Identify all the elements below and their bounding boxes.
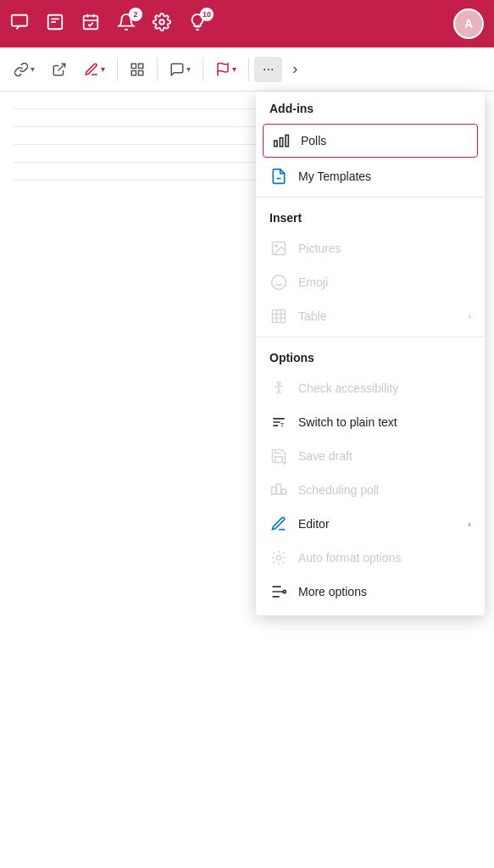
emoji-label: Emoji xyxy=(298,275,471,289)
table-chevron: › xyxy=(468,311,471,321)
moreoptions-menu-item[interactable]: More options xyxy=(256,575,485,609)
top-navigation-bar: 2 10 A xyxy=(0,0,494,47)
svg-rect-5 xyxy=(131,64,136,68)
editor-icon xyxy=(269,515,288,533)
svg-line-4 xyxy=(58,64,65,70)
emoji-menu-item: Emoji xyxy=(256,265,485,299)
toolbar-separator-4 xyxy=(248,58,249,81)
chat-icon[interactable] xyxy=(10,13,29,36)
pictures-label: Pictures xyxy=(298,242,471,255)
editor-menu-item[interactable]: Editor › xyxy=(256,507,485,541)
svg-point-15 xyxy=(275,245,278,248)
bell-badge: 2 xyxy=(129,8,142,21)
svg-rect-8 xyxy=(139,70,143,75)
polls-label: Polls xyxy=(301,134,469,147)
lightbulb-badge: 10 xyxy=(200,8,214,21)
svg-rect-19 xyxy=(273,310,286,323)
plaintext-menu-item[interactable]: T Switch to plain text xyxy=(256,405,485,439)
plaintext-icon: T xyxy=(269,413,288,431)
expand-button[interactable]: › xyxy=(286,55,304,83)
toolbar-separator-3 xyxy=(203,58,203,81)
svg-rect-23 xyxy=(277,484,281,494)
grid-button[interactable] xyxy=(123,57,152,82)
accessibility-menu-item: Check accessibility xyxy=(256,371,485,405)
templates-label: My Templates xyxy=(298,170,471,183)
calendar-icon[interactable] xyxy=(81,13,100,36)
table-label: Table xyxy=(298,309,458,323)
options-header: Options xyxy=(256,341,485,371)
comment-button[interactable]: ▾ xyxy=(163,57,197,82)
accessibility-label: Check accessibility xyxy=(298,381,471,395)
templates-icon xyxy=(269,167,288,186)
emoji-icon xyxy=(269,273,288,292)
addins-dropdown: Add-ins Polls My Templates xyxy=(256,92,485,615)
settings-icon[interactable] xyxy=(153,13,171,36)
svg-point-20 xyxy=(277,382,280,385)
autoformat-menu-item: Auto format options xyxy=(256,541,485,575)
flag-button[interactable]: ▾ xyxy=(208,57,243,82)
polls-icon xyxy=(272,131,291,150)
draft-icon xyxy=(269,447,288,465)
svg-rect-2 xyxy=(84,15,98,29)
email-line-3 xyxy=(14,144,294,145)
svg-point-16 xyxy=(272,275,286,290)
accessibility-icon xyxy=(269,379,288,398)
highlight-button[interactable]: ▾ xyxy=(77,57,112,82)
moreoptions-label: More options xyxy=(298,585,471,598)
link-button[interactable]: ▾ xyxy=(7,57,42,82)
savedraft-menu-item: Save draft xyxy=(256,439,485,473)
document-icon[interactable] xyxy=(46,13,64,36)
lightbulb-icon[interactable]: 10 xyxy=(188,13,207,36)
svg-rect-7 xyxy=(131,70,136,75)
content-area: Add-ins Polls My Templates xyxy=(0,92,494,868)
avatar[interactable]: A xyxy=(453,8,484,39)
svg-rect-12 xyxy=(286,135,288,146)
svg-rect-10 xyxy=(275,141,277,147)
schedule-icon xyxy=(269,481,288,499)
svg-rect-24 xyxy=(281,489,286,494)
table-icon xyxy=(269,307,288,326)
savedraft-label: Save draft xyxy=(298,449,471,463)
autoformat-label: Auto format options xyxy=(298,551,471,565)
svg-rect-0 xyxy=(12,14,27,25)
scheduling-label: Scheduling poll xyxy=(298,483,471,497)
svg-rect-22 xyxy=(272,487,276,494)
svg-point-26 xyxy=(283,590,286,593)
pictures-icon xyxy=(269,239,288,258)
divider-2 xyxy=(256,337,485,337)
pictures-menu-item: Pictures xyxy=(256,231,485,265)
plaintext-label: Switch to plain text xyxy=(298,415,471,429)
toolbar-separator-1 xyxy=(117,58,118,81)
table-menu-item: Table › xyxy=(256,299,485,333)
svg-point-3 xyxy=(159,19,164,25)
bell-icon[interactable]: 2 xyxy=(117,13,136,36)
editor-chevron: › xyxy=(468,519,471,529)
moreoptions-icon xyxy=(269,582,288,601)
link-chevron: ▾ xyxy=(31,64,35,74)
svg-rect-11 xyxy=(280,138,282,147)
my-templates-menu-item[interactable]: My Templates xyxy=(256,159,485,193)
scheduling-menu-item: Scheduling poll xyxy=(256,473,485,507)
toolbar: ▾ ▾ ▾ ▾ ··· › xyxy=(0,47,494,92)
highlight-chevron: ▾ xyxy=(101,64,105,74)
addins-header: Add-ins xyxy=(256,92,485,122)
svg-text:T: T xyxy=(280,421,285,429)
svg-point-25 xyxy=(277,556,281,560)
divider-1 xyxy=(256,197,485,198)
toolbar-separator-2 xyxy=(157,58,158,81)
flag-chevron: ▾ xyxy=(232,64,236,74)
svg-rect-6 xyxy=(139,64,143,68)
autoformat-icon xyxy=(269,548,288,567)
editor-label: Editor xyxy=(298,517,458,531)
chain-button[interactable] xyxy=(45,57,74,82)
more-button[interactable]: ··· xyxy=(254,57,282,82)
polls-menu-item[interactable]: Polls xyxy=(263,124,478,158)
insert-header: Insert xyxy=(256,201,485,231)
comment-chevron: ▾ xyxy=(186,64,191,74)
